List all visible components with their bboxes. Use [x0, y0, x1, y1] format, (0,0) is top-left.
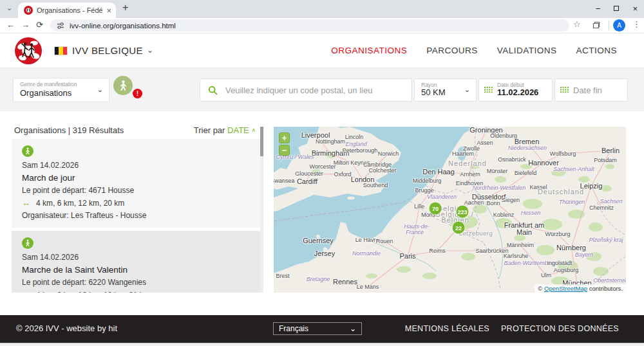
chevron-down-icon[interactable]: ⌄: [147, 46, 153, 55]
language-select[interactable]: Français ⌄: [273, 322, 362, 335]
search-input[interactable]: [224, 85, 404, 96]
results-header: Organisations | 319 Résultats Trier par …: [14, 125, 256, 137]
result-organizer: Organisateur: Les Trafteus - Housse: [22, 211, 250, 220]
walker-icon: [118, 80, 128, 91]
map-cluster-marker[interactable]: 70: [430, 203, 442, 215]
info-badge[interactable]: !: [133, 89, 142, 98]
sort-asc-icon: ∧: [251, 127, 256, 133]
calendar-icon: [560, 86, 569, 95]
result-start-point: Le point de départ: 6220 Wangenies: [22, 278, 250, 287]
map-attribution: © OpenStreetMap contributors.: [535, 284, 626, 293]
rayon-value: 50 KM: [421, 87, 446, 97]
results-list: Sam 14.02.2026 March de jour Le point de…: [12, 139, 260, 293]
site-favicon-icon: [24, 6, 33, 15]
url-bar[interactable]: ivv-online.org/organisations.html: [50, 19, 569, 32]
results-count: Organisations | 319 Résultats: [14, 125, 124, 135]
chevron-down-icon: ⌄: [350, 324, 356, 333]
chevron-down-icon: ⌄: [97, 86, 103, 94]
rayon-select[interactable]: Rayon 50 KM ⌄: [414, 78, 477, 102]
walker-badge-icon: [22, 145, 33, 157]
bottom-edge-strip: [0, 343, 644, 346]
filter-bar: Genre de manifestation Organisations ⌄ !…: [0, 68, 644, 111]
bookmark-star-icon[interactable]: ☆: [573, 19, 581, 29]
zoom-in-button[interactable]: +: [279, 132, 290, 143]
side-panel-icon[interactable]: [592, 21, 601, 30]
search-icon: [208, 86, 218, 95]
tab-search-chevron-icon[interactable]: ⌄: [6, 4, 12, 12]
date-start-value: 11.02.2026: [497, 88, 538, 98]
close-window-button[interactable]: ×: [632, 5, 638, 13]
walker-badge-icon: [22, 237, 33, 249]
date-end-field[interactable]: Date fin: [554, 78, 628, 102]
scrollbar-thumb[interactable]: [260, 127, 263, 156]
legal-link[interactable]: MENTIONS LÉGALES: [405, 324, 489, 333]
chevron-down-icon: ⌄: [464, 86, 470, 94]
forward-icon[interactable]: →: [21, 20, 30, 30]
copyright-text: © 2026 IVV - website by hit: [16, 323, 117, 333]
result-card[interactable]: Sam 14.02.2026 Marche de la Saint Valent…: [12, 231, 260, 293]
profile-avatar[interactable]: A: [613, 19, 625, 32]
minimize-button[interactable]: −: [596, 5, 601, 13]
date-start-field[interactable]: Date début 11.02.2026: [478, 78, 553, 102]
site-title[interactable]: IVV BELGIQUE: [72, 45, 143, 56]
toolbar-divider: [609, 21, 609, 30]
walker-filter-button[interactable]: [113, 76, 133, 95]
nav-parcours[interactable]: PARCOURS: [426, 46, 478, 55]
sort-value: DATE: [227, 125, 249, 135]
map-canvas[interactable]: LiverpoolLincolnNottinghamEnglandBirming…: [274, 127, 626, 293]
zoom-out-button[interactable]: −: [279, 145, 290, 156]
map-zoom-controls: + −: [279, 132, 290, 156]
sort-label: Trier par: [194, 125, 225, 135]
ivv-logo[interactable]: [14, 37, 43, 65]
result-date: Sam 14.02.2026: [22, 253, 250, 262]
sort-control[interactable]: Trier par DATE ∧: [194, 125, 256, 135]
privacy-link[interactable]: PROTECTION DES DONNÉES: [501, 324, 619, 333]
map-cluster-marker[interactable]: 223: [457, 206, 469, 218]
distance-arrow-icon: ↔: [22, 198, 30, 208]
list-scrollbar[interactable]: [260, 127, 263, 293]
openstreetmap-link[interactable]: OpenStreetMap: [544, 285, 587, 292]
nav-organisations[interactable]: ORGANISATIONS: [331, 46, 407, 55]
restore-button[interactable]: [614, 6, 619, 11]
tab-close-icon[interactable]: ×: [106, 6, 111, 15]
back-icon[interactable]: ←: [6, 20, 15, 30]
map-markers: 7022322: [274, 127, 626, 293]
result-start-point: Le point de départ: 4671 Housse: [22, 186, 250, 195]
main-nav: ORGANISATIONS PARCOURS VALIDATIONS ACTIO…: [331, 33, 617, 68]
browser-toolbar: ← → ⟳ ivv-online.org/organisations.html …: [0, 18, 644, 33]
result-title: March de jour: [22, 173, 250, 183]
result-title: Marche de la Saint Valentin: [22, 265, 250, 275]
browser-window: ⌄ Organisations - Fédération Inte × + − …: [0, 0, 644, 346]
browser-menu-icon[interactable]: ⋮: [632, 19, 641, 29]
site-footer: © 2026 IVV - website by hit Français ⌄ M…: [0, 315, 644, 343]
map-cluster-marker[interactable]: 22: [453, 222, 465, 234]
genre-select[interactable]: Genre de manifestation Organisations ⌄: [13, 78, 109, 102]
result-card[interactable]: Sam 14.02.2026 March de jour Le point de…: [12, 139, 260, 228]
location-search[interactable]: [200, 78, 412, 102]
window-controls: − ×: [596, 0, 640, 17]
nav-actions[interactable]: ACTIONS: [576, 46, 617, 55]
browser-tabstrip: ⌄ Organisations - Fédération Inte × + − …: [0, 0, 644, 18]
genre-label: Genre de manifestation: [20, 81, 77, 87]
footer-links: MENTIONS LÉGALES PROTECTION DES DONNÉES: [405, 324, 619, 333]
new-tab-button[interactable]: +: [122, 2, 128, 14]
result-distances: ↔ 4 km, 6 km, 12 km, 20 km: [22, 198, 250, 208]
result-distances: ↔ 4 km, 6 km, 12 km, 18 km, 21 km: [22, 290, 250, 293]
browser-tab[interactable]: Organisations - Fédération Inte ×: [18, 3, 116, 18]
genre-value: Organisations: [20, 88, 71, 98]
calendar-icon: [484, 86, 493, 95]
nav-validations[interactable]: VALIDATIONS: [497, 46, 557, 55]
belgium-flag-icon: [54, 46, 68, 55]
language-value: Français: [279, 324, 308, 333]
date-end-placeholder: Date fin: [573, 86, 602, 95]
tab-title: Organisations - Fédération Inte: [37, 6, 102, 14]
url-text: ivv-online.org/organisations.html: [70, 22, 176, 30]
site-header: IVV BELGIQUE ⌄ ORGANISATIONS PARCOURS VA…: [0, 33, 644, 68]
distance-arrow-icon: ↔: [22, 290, 30, 293]
reload-icon[interactable]: ⟳: [36, 20, 43, 30]
site-info-icon[interactable]: [57, 22, 64, 30]
result-date: Sam 14.02.2026: [22, 161, 250, 170]
